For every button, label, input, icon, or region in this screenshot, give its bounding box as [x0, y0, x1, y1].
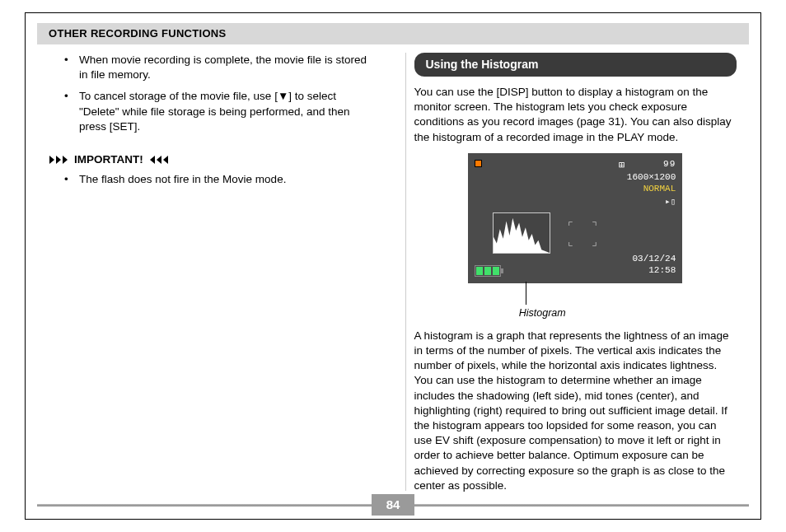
- left-column: When movie recording is complete, the mo…: [49, 53, 381, 491]
- subsection-title: Using the Histogram: [414, 53, 737, 77]
- quality-value: NORMAL: [643, 183, 676, 195]
- content-columns: When movie recording is complete, the mo…: [49, 53, 737, 491]
- record-indicator-icon: [475, 160, 482, 167]
- bullet-text: The flash does not fire in the Movie mod…: [79, 173, 286, 185]
- metering-icon: ⊞: [619, 159, 625, 172]
- footer-rule-left: [37, 504, 372, 506]
- list-item: When movie recording is complete, the mo…: [64, 53, 372, 82]
- focus-brackets-icon: ⌜ ⌝⌞ ⌟: [567, 219, 602, 250]
- intro-paragraph: You can use the [DISP] button to display…: [414, 85, 737, 145]
- page-number: 84: [372, 494, 415, 516]
- bullet-text: When movie recording is complete, the mo…: [79, 54, 367, 81]
- time-value: 12:58: [648, 264, 676, 277]
- histogram-graph: [493, 212, 550, 254]
- important-label: IMPORTANT!: [74, 152, 143, 167]
- callout-line: [526, 282, 526, 305]
- memory-card-icon: ▸▯: [665, 196, 676, 208]
- shots-remaining: 99: [663, 158, 676, 170]
- lcd-illustration: ⊞ 99 1600×1200 NORMAL ▸▯ ⌜ ⌝⌞ ⌟ 03/12/24…: [414, 153, 737, 320]
- bullet-text: To cancel storage of the movie file, use…: [79, 90, 350, 132]
- movie-notes-list: When movie recording is complete, the mo…: [49, 53, 372, 134]
- lcd-screen: ⊞ 99 1600×1200 NORMAL ▸▯ ⌜ ⌝⌞ ⌟ 03/12/24…: [468, 153, 682, 283]
- list-item: To cancel storage of the movie file, use…: [64, 89, 372, 134]
- section-header: OTHER RECORDING FUNCTIONS: [37, 23, 749, 44]
- right-column: Using the Histogram You can use the [DIS…: [405, 53, 737, 491]
- battery-icon: [475, 265, 501, 277]
- resolution-value: 1600×1200: [627, 171, 676, 184]
- lcd-caption: Histogram: [519, 306, 566, 320]
- date-value: 03/12/24: [632, 253, 676, 265]
- section-header-text: OTHER RECORDING FUNCTIONS: [49, 26, 227, 41]
- list-item: The flash does not fire in the Movie mod…: [64, 172, 372, 187]
- triangle-right-icon: [49, 156, 68, 164]
- explain-paragraph: A histogram is a graph that represents t…: [414, 329, 737, 493]
- triangle-left-icon: [150, 156, 168, 164]
- important-list: The flash does not fire in the Movie mod…: [49, 172, 372, 187]
- footer-rule-right: [414, 504, 749, 506]
- important-heading: IMPORTANT!: [49, 152, 372, 167]
- svg-marker-0: [494, 218, 550, 253]
- page-footer: 84: [37, 496, 749, 514]
- subsection-title-text: Using the Histogram: [426, 58, 539, 71]
